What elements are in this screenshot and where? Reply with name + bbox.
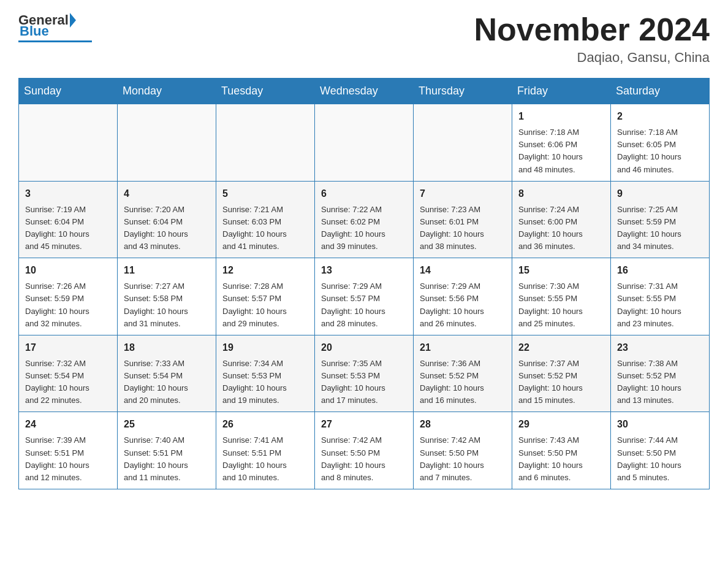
calendar-cell: 27Sunrise: 7:42 AM Sunset: 5:50 PM Dayli… (315, 412, 414, 489)
day-info: Sunrise: 7:29 AM Sunset: 5:57 PM Dayligh… (321, 280, 407, 330)
weekday-header-sunday: Sunday (19, 79, 118, 104)
title-block: November 2024 Daqiao, Gansu, China (474, 12, 710, 66)
day-number: 27 (321, 417, 407, 432)
day-number: 28 (420, 417, 506, 432)
day-info: Sunrise: 7:24 AM Sunset: 6:00 PM Dayligh… (518, 204, 604, 253)
day-info: Sunrise: 7:36 AM Sunset: 5:52 PM Dayligh… (420, 358, 506, 407)
calendar-week-row: 17Sunrise: 7:32 AM Sunset: 5:54 PM Dayli… (19, 335, 710, 412)
day-number: 2 (617, 109, 703, 124)
calendar-cell: 1Sunrise: 7:18 AM Sunset: 6:06 PM Daylig… (512, 104, 611, 182)
logo-blue-text: Blue (20, 23, 49, 39)
weekday-header-thursday: Thursday (414, 79, 512, 104)
day-info: Sunrise: 7:29 AM Sunset: 5:56 PM Dayligh… (420, 280, 506, 330)
day-info: Sunrise: 7:37 AM Sunset: 5:52 PM Dayligh… (518, 358, 604, 407)
calendar-week-row: 24Sunrise: 7:39 AM Sunset: 5:51 PM Dayli… (19, 412, 710, 489)
calendar-cell: 5Sunrise: 7:21 AM Sunset: 6:03 PM Daylig… (216, 181, 315, 258)
day-info: Sunrise: 7:42 AM Sunset: 5:50 PM Dayligh… (420, 434, 506, 484)
day-info: Sunrise: 7:33 AM Sunset: 5:54 PM Dayligh… (124, 358, 210, 407)
day-info: Sunrise: 7:34 AM Sunset: 5:53 PM Dayligh… (222, 358, 308, 407)
calendar-week-row: 3Sunrise: 7:19 AM Sunset: 6:04 PM Daylig… (19, 181, 710, 258)
calendar-week-row: 1Sunrise: 7:18 AM Sunset: 6:06 PM Daylig… (19, 104, 710, 182)
calendar-cell: 7Sunrise: 7:23 AM Sunset: 6:01 PM Daylig… (414, 181, 512, 258)
day-number: 21 (420, 340, 506, 355)
day-number: 25 (124, 417, 210, 432)
day-info: Sunrise: 7:32 AM Sunset: 5:54 PM Dayligh… (25, 358, 111, 407)
calendar-cell: 9Sunrise: 7:25 AM Sunset: 5:59 PM Daylig… (611, 181, 710, 258)
calendar-cell: 10Sunrise: 7:26 AM Sunset: 5:59 PM Dayli… (19, 258, 118, 335)
day-number: 24 (25, 417, 111, 432)
day-info: Sunrise: 7:22 AM Sunset: 6:02 PM Dayligh… (321, 204, 407, 253)
calendar-cell: 13Sunrise: 7:29 AM Sunset: 5:57 PM Dayli… (315, 258, 414, 335)
day-number: 14 (420, 263, 506, 278)
calendar-cell (19, 104, 118, 182)
page-header: General Blue November 2024 Daqiao, Gansu… (18, 12, 710, 66)
logo-underline (18, 40, 92, 42)
day-number: 3 (25, 186, 111, 201)
calendar-cell: 20Sunrise: 7:35 AM Sunset: 5:53 PM Dayli… (315, 335, 414, 412)
calendar-cell: 19Sunrise: 7:34 AM Sunset: 5:53 PM Dayli… (216, 335, 315, 412)
day-number: 16 (617, 263, 703, 278)
calendar-cell: 29Sunrise: 7:43 AM Sunset: 5:50 PM Dayli… (512, 412, 611, 489)
calendar-week-row: 10Sunrise: 7:26 AM Sunset: 5:59 PM Dayli… (19, 258, 710, 335)
day-number: 6 (321, 186, 407, 201)
calendar-cell (216, 104, 315, 182)
weekday-header-row: SundayMondayTuesdayWednesdayThursdayFrid… (19, 79, 710, 104)
day-number: 10 (25, 263, 111, 278)
calendar-cell (414, 104, 512, 182)
calendar-cell: 11Sunrise: 7:27 AM Sunset: 5:58 PM Dayli… (118, 258, 216, 335)
calendar-cell: 28Sunrise: 7:42 AM Sunset: 5:50 PM Dayli… (414, 412, 512, 489)
day-number: 11 (124, 263, 210, 278)
day-number: 22 (518, 340, 604, 355)
day-number: 26 (222, 417, 308, 432)
day-info: Sunrise: 7:31 AM Sunset: 5:55 PM Dayligh… (617, 280, 703, 330)
day-number: 19 (222, 340, 308, 355)
day-info: Sunrise: 7:18 AM Sunset: 6:05 PM Dayligh… (617, 126, 703, 176)
logo-triangle-icon (70, 13, 76, 28)
day-number: 18 (124, 340, 210, 355)
day-info: Sunrise: 7:35 AM Sunset: 5:53 PM Dayligh… (321, 358, 407, 407)
day-number: 8 (518, 186, 604, 201)
calendar-cell: 3Sunrise: 7:19 AM Sunset: 6:04 PM Daylig… (19, 181, 118, 258)
calendar-cell: 8Sunrise: 7:24 AM Sunset: 6:00 PM Daylig… (512, 181, 611, 258)
calendar-cell: 4Sunrise: 7:20 AM Sunset: 6:04 PM Daylig… (118, 181, 216, 258)
day-info: Sunrise: 7:20 AM Sunset: 6:04 PM Dayligh… (124, 204, 210, 253)
calendar-cell: 17Sunrise: 7:32 AM Sunset: 5:54 PM Dayli… (19, 335, 118, 412)
calendar-cell (118, 104, 216, 182)
day-info: Sunrise: 7:44 AM Sunset: 5:50 PM Dayligh… (617, 434, 703, 484)
calendar-cell: 16Sunrise: 7:31 AM Sunset: 5:55 PM Dayli… (611, 258, 710, 335)
calendar-cell: 25Sunrise: 7:40 AM Sunset: 5:51 PM Dayli… (118, 412, 216, 489)
day-number: 20 (321, 340, 407, 355)
day-info: Sunrise: 7:38 AM Sunset: 5:52 PM Dayligh… (617, 358, 703, 407)
day-number: 12 (222, 263, 308, 278)
day-info: Sunrise: 7:41 AM Sunset: 5:51 PM Dayligh… (222, 434, 308, 484)
day-number: 1 (518, 109, 604, 124)
day-number: 4 (124, 186, 210, 201)
day-info: Sunrise: 7:43 AM Sunset: 5:50 PM Dayligh… (518, 434, 604, 484)
day-number: 30 (617, 417, 703, 432)
month-title: November 2024 (474, 12, 710, 47)
day-number: 29 (518, 417, 604, 432)
logo: General Blue (18, 12, 92, 42)
calendar-cell (315, 104, 414, 182)
calendar-cell: 21Sunrise: 7:36 AM Sunset: 5:52 PM Dayli… (414, 335, 512, 412)
calendar-cell: 12Sunrise: 7:28 AM Sunset: 5:57 PM Dayli… (216, 258, 315, 335)
day-number: 15 (518, 263, 604, 278)
calendar-cell: 26Sunrise: 7:41 AM Sunset: 5:51 PM Dayli… (216, 412, 315, 489)
calendar-cell: 18Sunrise: 7:33 AM Sunset: 5:54 PM Dayli… (118, 335, 216, 412)
day-number: 9 (617, 186, 703, 201)
day-info: Sunrise: 7:28 AM Sunset: 5:57 PM Dayligh… (222, 280, 308, 330)
calendar-cell: 22Sunrise: 7:37 AM Sunset: 5:52 PM Dayli… (512, 335, 611, 412)
day-info: Sunrise: 7:30 AM Sunset: 5:55 PM Dayligh… (518, 280, 604, 330)
day-info: Sunrise: 7:21 AM Sunset: 6:03 PM Dayligh… (222, 204, 308, 253)
weekday-header-friday: Friday (512, 79, 611, 104)
calendar-cell: 6Sunrise: 7:22 AM Sunset: 6:02 PM Daylig… (315, 181, 414, 258)
calendar-cell: 23Sunrise: 7:38 AM Sunset: 5:52 PM Dayli… (611, 335, 710, 412)
weekday-header-tuesday: Tuesday (216, 79, 315, 104)
location-text: Daqiao, Gansu, China (474, 50, 710, 66)
day-info: Sunrise: 7:18 AM Sunset: 6:06 PM Dayligh… (518, 126, 604, 176)
day-info: Sunrise: 7:19 AM Sunset: 6:04 PM Dayligh… (25, 204, 111, 253)
day-info: Sunrise: 7:27 AM Sunset: 5:58 PM Dayligh… (124, 280, 210, 330)
weekday-header-monday: Monday (118, 79, 216, 104)
weekday-header-saturday: Saturday (611, 79, 710, 104)
day-info: Sunrise: 7:40 AM Sunset: 5:51 PM Dayligh… (124, 434, 210, 484)
